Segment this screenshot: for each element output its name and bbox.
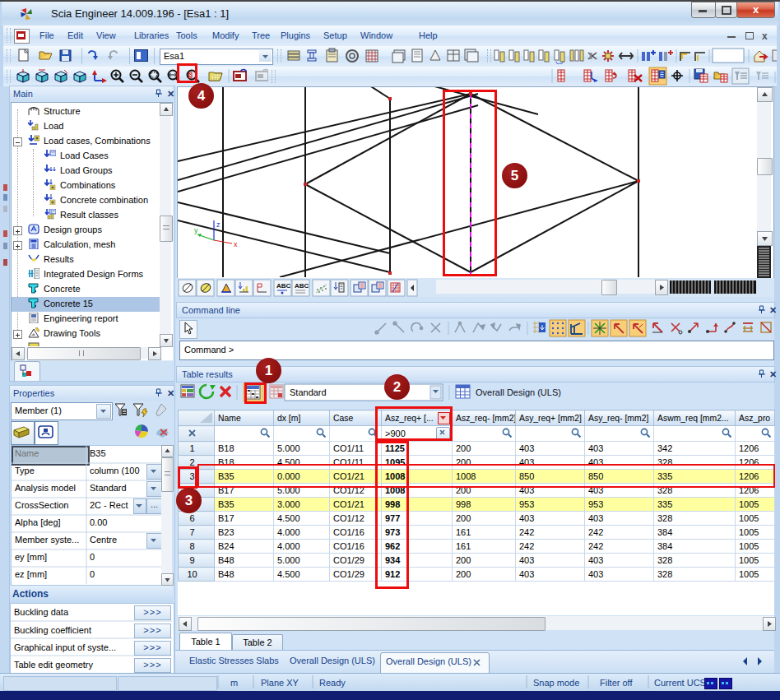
svg-text:z: z (216, 220, 221, 229)
svg-text:Overall Design (ULS): Overall Design (ULS) (476, 387, 561, 397)
svg-text:Standard: Standard (290, 387, 327, 397)
svg-text:ABC: ABC (295, 282, 309, 290)
svg-text:y: y (194, 226, 198, 234)
svg-text:x: x (234, 240, 238, 248)
svg-text:ABC: ABC (276, 282, 291, 290)
